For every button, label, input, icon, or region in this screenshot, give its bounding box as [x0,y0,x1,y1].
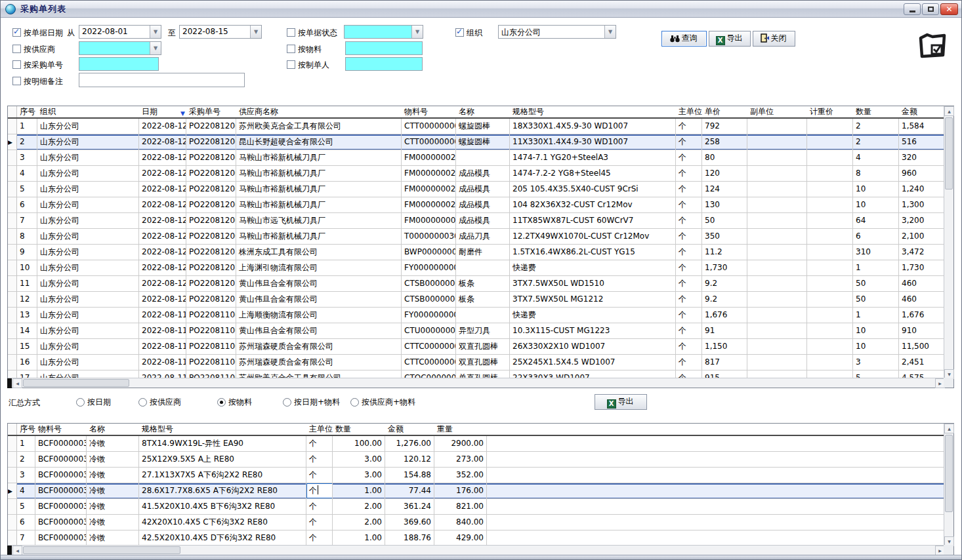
cell[interactable]: 2022-08-11 [139,323,186,339]
cell[interactable]: 耐磨件 [456,245,510,260]
cell[interactable]: PO220812013 [186,276,236,292]
table-row[interactable]: 10山东分公司2022-08-12PO220812012上海渊引物流有限公司FY… [8,260,945,276]
summary-mode-option[interactable]: 按日期+物料 [283,397,340,408]
cell[interactable]: 1 [853,308,899,323]
column-header-7[interactable]: 名称 [456,106,510,117]
cell[interactable]: 3,200 [899,213,945,229]
remark-input[interactable] [79,73,245,87]
cell[interactable]: 板条 [456,276,510,292]
cell[interactable]: BCF00000037 [35,530,87,546]
summary-mode-option[interactable]: 按日期 [76,397,111,408]
cell[interactable]: 1.00 [333,530,385,546]
main-grid-hscrollbar[interactable]: ◀ ▶ [8,378,945,388]
scroll-left-icon[interactable]: ◀ [12,546,22,555]
cell[interactable]: 25X12X9.5X5 A上 RE80 [139,452,306,468]
cell[interactable]: 1,240 [899,182,945,197]
cell[interactable]: 山东分公司 [37,245,139,260]
status-combo[interactable]: ▼ [344,25,423,39]
cell[interactable]: CTTC0000000 [402,339,456,355]
cell[interactable]: 9.2 [702,292,747,308]
cell[interactable]: 山东分公司 [37,229,139,245]
cell[interactable]: 5 [17,499,35,515]
creator-input[interactable] [345,57,423,71]
cell[interactable]: 25X245X1.5X4.5 WD1007 [510,355,676,370]
query-button[interactable]: 查询 [661,31,707,47]
cell[interactable]: 马鞍山市裕新机械刀具厂 [236,150,402,166]
cell[interactable]: 2 [17,452,35,468]
cell[interactable]: 13 [17,308,37,323]
cell[interactable] [747,292,807,308]
cell[interactable]: 10 [853,197,899,213]
cell[interactable]: CTT00000000 [402,134,456,150]
org-combo[interactable]: 山东分公司 ▼ [498,25,616,39]
cell[interactable]: 3TX7.5WX50L WD1510 [510,276,676,292]
cell[interactable]: CTT00000000 [402,119,456,134]
cell[interactable] [807,260,853,276]
cell[interactable]: 成品刀具 [456,229,510,245]
cell[interactable] [747,213,807,229]
cell[interactable]: FY000000000 [402,308,456,323]
scroll-up-icon[interactable]: ▲ [944,106,954,116]
cell[interactable]: 176.00 [434,483,487,499]
cell[interactable]: 6 [853,229,899,245]
column-header-5[interactable]: 主单位 [306,424,333,435]
cell[interactable] [807,308,853,323]
cell[interactable]: 7 [17,213,37,229]
cell[interactable]: 120.12 [385,452,434,468]
cell[interactable]: BCF00000037 [35,515,87,530]
cell[interactable]: 2022-08-12 [139,260,186,276]
column-header-6[interactable]: 物料号 [402,106,456,117]
cell[interactable]: 3 [853,355,899,370]
cell[interactable]: 64 [853,213,899,229]
column-header-8[interactable]: 规格型号 [510,106,676,117]
cell[interactable]: CTU00000000 [402,323,456,339]
cell[interactable]: 2022-08-12 [139,166,186,182]
cell[interactable]: 个 [676,245,702,260]
cell[interactable]: 352.00 [434,468,487,483]
summary-export-button[interactable]: X导出 [595,394,647,410]
cell[interactable]: 8TX14.9WX19L-异性 EA90 [139,436,306,452]
cell[interactable]: 山东分公司 [37,276,139,292]
table-row[interactable]: 1山东分公司2022-08-12PO220812003苏州欧美克合金工具有限公司… [8,119,945,134]
cell[interactable]: 板条 [456,292,510,308]
cell[interactable] [747,276,807,292]
vscroll-thumb[interactable] [945,117,953,190]
cell[interactable]: 冷镦 [87,499,139,515]
cell[interactable]: 马鞍山市裕新机械刀具厂 [236,229,402,245]
cell[interactable]: 130 [702,197,747,213]
cell[interactable]: 山东分公司 [37,150,139,166]
cell[interactable]: PO220812009 [186,229,236,245]
cell[interactable]: 个 [676,134,702,150]
cell[interactable] [807,182,853,197]
cell[interactable]: 3.00 [333,468,385,483]
cell[interactable]: 2022-08-12 [139,197,186,213]
column-header-1[interactable]: 序号 [17,106,37,117]
summary-grid-hscrollbar[interactable]: ◀ ▶ [8,545,945,555]
cell[interactable]: 个 [306,436,333,452]
cell[interactable]: 1474-7.2-2 YG8+Steel45 [510,166,676,182]
summary-mode-option[interactable]: 按供应商 [138,397,181,408]
cell[interactable]: 3,472 [899,245,945,260]
cell[interactable]: 山东分公司 [37,197,139,213]
cell[interactable] [807,150,853,166]
cell[interactable]: 1 [17,119,37,134]
cell[interactable]: 个 [676,276,702,292]
table-row[interactable]: 7BCF00000037冷镦42.5X20X10.4X5 D下6沟3X2 RE8… [8,530,945,546]
column-header-2[interactable]: 组织 [37,106,139,117]
hscroll-thumb[interactable] [23,546,180,554]
cell[interactable]: 2022-08-11 [139,339,186,355]
cell[interactable]: 3 [17,468,35,483]
column-header-2[interactable]: 物料号 [35,424,87,435]
cell[interactable] [747,260,807,276]
cell[interactable]: 个 [306,499,333,515]
cell[interactable]: PO220812005 [186,150,236,166]
cell[interactable]: 7 [17,530,35,546]
table-row[interactable]: 3BCF00000037冷镦27.1X13X7X5 A下6沟2X2 RE80个3… [8,468,945,483]
cell[interactable] [456,150,510,166]
close-form-button[interactable]: 关闭 [753,31,795,47]
cell[interactable]: 1474-7.1 YG20+SteelA3 [510,150,676,166]
column-header-8[interactable]: 重量 [434,424,487,435]
cell[interactable] [807,276,853,292]
cell[interactable]: 11.2 [702,245,747,260]
table-row[interactable]: 3山东分公司2022-08-12PO220812005马鞍山市裕新机械刀具厂FM… [8,150,945,166]
